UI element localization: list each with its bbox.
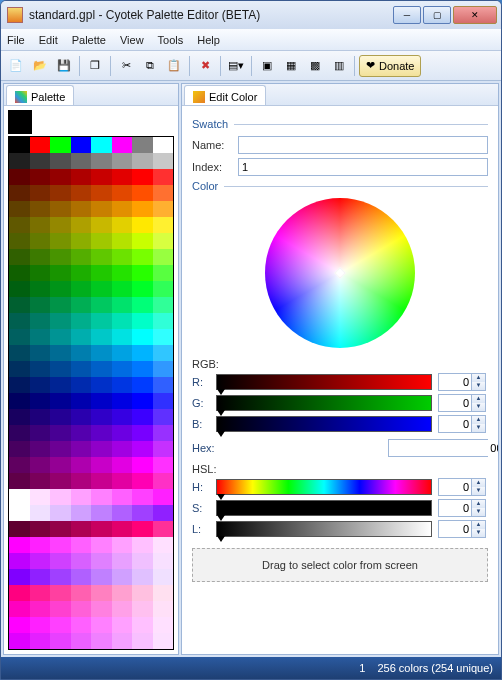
menu-view[interactable]: View — [120, 34, 144, 46]
palette-cell[interactable] — [71, 169, 92, 185]
palette-cell[interactable] — [30, 409, 51, 425]
value-G[interactable] — [438, 394, 472, 412]
palette-cell[interactable] — [112, 281, 133, 297]
spinner-G[interactable]: ▲▼ — [472, 394, 486, 412]
palette-cell[interactable] — [153, 297, 174, 313]
palette-cell[interactable] — [112, 345, 133, 361]
palette-cell[interactable] — [30, 617, 51, 633]
palette-cell[interactable] — [91, 201, 112, 217]
palette-cell[interactable] — [30, 505, 51, 521]
palette-cell[interactable] — [132, 169, 153, 185]
palette-cell[interactable] — [50, 425, 71, 441]
menu-edit[interactable]: Edit — [39, 34, 58, 46]
palette-cell[interactable] — [50, 361, 71, 377]
palette-cell[interactable] — [153, 441, 174, 457]
palette-cell[interactable] — [9, 137, 30, 153]
palette-cell[interactable] — [50, 345, 71, 361]
palette-cell[interactable] — [112, 153, 133, 169]
palette-cell[interactable] — [91, 473, 112, 489]
palette-cell[interactable] — [132, 297, 153, 313]
palette-cell[interactable] — [30, 537, 51, 553]
palette-cell[interactable] — [50, 153, 71, 169]
palette-cell[interactable] — [132, 217, 153, 233]
palette-cell[interactable] — [30, 425, 51, 441]
palette-cell[interactable] — [30, 521, 51, 537]
palette-cell[interactable] — [9, 457, 30, 473]
palette-cell[interactable] — [71, 505, 92, 521]
palette-cell[interactable] — [132, 409, 153, 425]
palette-cell[interactable] — [50, 521, 71, 537]
palette-cell[interactable] — [153, 633, 174, 649]
palette-cell[interactable] — [153, 249, 174, 265]
palette-cell[interactable] — [132, 601, 153, 617]
palette-cell[interactable] — [71, 153, 92, 169]
palette-cell[interactable] — [91, 329, 112, 345]
palette-cell[interactable] — [71, 633, 92, 649]
palette-cell[interactable] — [30, 185, 51, 201]
palette-cell[interactable] — [71, 361, 92, 377]
palette-cell[interactable] — [132, 153, 153, 169]
palette-cell[interactable] — [112, 633, 133, 649]
palette-cell[interactable] — [132, 345, 153, 361]
palette-cell[interactable] — [50, 377, 71, 393]
palette-cell[interactable] — [50, 249, 71, 265]
palette-cell[interactable] — [153, 201, 174, 217]
palette-cell[interactable] — [132, 137, 153, 153]
palette-cell[interactable] — [112, 601, 133, 617]
palette-cell[interactable] — [153, 329, 174, 345]
palette-cell[interactable] — [9, 329, 30, 345]
menu-tools[interactable]: Tools — [158, 34, 184, 46]
palette-cell[interactable] — [30, 633, 51, 649]
palette-cell[interactable] — [112, 489, 133, 505]
palette-cell[interactable] — [91, 569, 112, 585]
palette-cell[interactable] — [112, 313, 133, 329]
palette-cell[interactable] — [30, 169, 51, 185]
palette-cell[interactable] — [112, 233, 133, 249]
palette-cell[interactable] — [9, 473, 30, 489]
minimize-button[interactable]: ─ — [393, 6, 421, 24]
palette-cell[interactable] — [9, 377, 30, 393]
palette-cell[interactable] — [71, 217, 92, 233]
palette-cell[interactable] — [91, 617, 112, 633]
palette-cell[interactable] — [30, 585, 51, 601]
palette-cell[interactable] — [153, 409, 174, 425]
palette-cell[interactable] — [132, 633, 153, 649]
palette-cell[interactable] — [30, 153, 51, 169]
palette-cell[interactable] — [30, 265, 51, 281]
palette-cell[interactable] — [132, 489, 153, 505]
palette-cell[interactable] — [91, 585, 112, 601]
palette-cell[interactable] — [71, 537, 92, 553]
palette-cell[interactable] — [9, 345, 30, 361]
palette-cell[interactable] — [71, 185, 92, 201]
spinner-R[interactable]: ▲▼ — [472, 373, 486, 391]
palette-cell[interactable] — [153, 169, 174, 185]
palette-cell[interactable] — [9, 633, 30, 649]
tool2-icon[interactable]: ▦ — [280, 55, 302, 77]
palette-cell[interactable] — [30, 345, 51, 361]
palette-cell[interactable] — [71, 425, 92, 441]
palette-cell[interactable] — [30, 217, 51, 233]
palette-cell[interactable] — [112, 537, 133, 553]
palette-cell[interactable] — [91, 537, 112, 553]
palette-cell[interactable] — [71, 233, 92, 249]
menu-help[interactable]: Help — [197, 34, 220, 46]
palette-cell[interactable] — [50, 393, 71, 409]
palette-cell[interactable] — [71, 265, 92, 281]
palette-cell[interactable] — [9, 249, 30, 265]
palette-cell[interactable] — [30, 233, 51, 249]
palette-cell[interactable] — [50, 313, 71, 329]
palette-cell[interactable] — [132, 569, 153, 585]
spinner-B[interactable]: ▲▼ — [472, 415, 486, 433]
palette-cell[interactable] — [112, 441, 133, 457]
tool1-icon[interactable]: ▣ — [256, 55, 278, 77]
menu-palette[interactable]: Palette — [72, 34, 106, 46]
palette-cell[interactable] — [91, 425, 112, 441]
palette-cell[interactable] — [153, 537, 174, 553]
palette-cell[interactable] — [91, 137, 112, 153]
palette-cell[interactable] — [153, 585, 174, 601]
palette-cell[interactable] — [91, 265, 112, 281]
value-B[interactable] — [438, 415, 472, 433]
palette-cell[interactable] — [132, 537, 153, 553]
palette-cell[interactable] — [30, 473, 51, 489]
palette-cell[interactable] — [9, 521, 30, 537]
